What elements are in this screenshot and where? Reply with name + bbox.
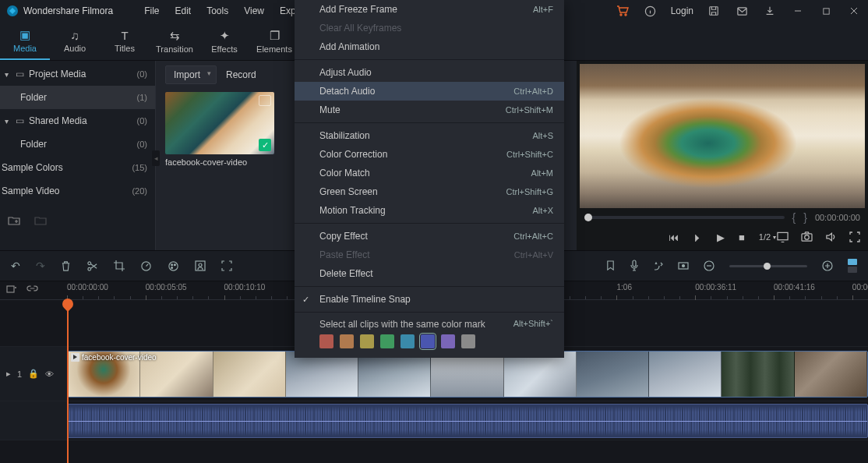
zoom-thumb[interactable]	[764, 263, 771, 270]
progress-slider[interactable]	[584, 216, 785, 219]
audio-mixer-icon[interactable]	[653, 260, 664, 271]
cm-color-correction[interactable]: Color CorrectionCtrl+Shift+C	[295, 145, 564, 164]
minimize-button[interactable]	[784, 0, 812, 22]
green-screen-icon[interactable]	[195, 260, 206, 271]
nav-media[interactable]: ▣Media	[0, 22, 50, 60]
volume-icon[interactable]	[825, 231, 837, 242]
brace-open-icon[interactable]: {	[792, 211, 796, 224]
mic-icon[interactable]	[630, 260, 639, 272]
color-swatch[interactable]	[421, 334, 435, 348]
cm-mute[interactable]: MuteCtrl+Shift+M	[295, 101, 564, 119]
color-swatch[interactable]	[461, 334, 475, 348]
audio-track-header[interactable]	[0, 401, 67, 440]
zoom-out-icon[interactable]	[703, 260, 715, 272]
step-back-icon[interactable]: ⏮	[669, 231, 679, 243]
color-swatch[interactable]	[380, 334, 394, 348]
color-swatch[interactable]	[441, 334, 455, 348]
expand-icon[interactable]	[221, 260, 232, 271]
nav-audio[interactable]: ♫Audio	[50, 22, 100, 60]
link-icon[interactable]	[26, 284, 38, 295]
login-button[interactable]: Login	[665, 5, 700, 16]
media-thumbnail[interactable]: ✓ facebook-cover-video	[165, 92, 274, 167]
folder-outline-icon[interactable]	[34, 215, 47, 226]
add-track-icon[interactable]	[6, 284, 17, 295]
display-icon[interactable]	[777, 231, 789, 242]
check-icon: ✓	[259, 139, 271, 151]
speed-selector[interactable]: 1/2▾	[759, 232, 776, 242]
nav-elements[interactable]: ❐Elements	[249, 22, 299, 60]
panel-grip-icon[interactable]: ◂	[152, 150, 160, 166]
marker-icon[interactable]	[605, 260, 616, 272]
color-swatch[interactable]	[400, 334, 415, 348]
tree-project-folder[interactable]: Folder (1)	[0, 86, 155, 109]
cm-motion-tracking[interactable]: Motion TrackingAlt+X	[295, 201, 564, 220]
tree-shared-media[interactable]: ▾ ▭ Shared Media (0)	[0, 109, 155, 133]
cm-label: Select all clips with the same color mar…	[319, 319, 485, 330]
undo-icon[interactable]: ↶	[11, 260, 20, 272]
playhead[interactable]	[67, 300, 69, 463]
clip-frame	[286, 352, 358, 397]
visibility-icon[interactable]: 👁	[45, 369, 54, 379]
color-swatch[interactable]	[340, 334, 354, 348]
menu-edit[interactable]: Edit	[168, 2, 199, 19]
close-button[interactable]	[840, 0, 868, 22]
video-clip[interactable]: facebook-cover-video	[67, 351, 868, 398]
cm-add-freeze[interactable]: Add Freeze FrameAlt+F	[295, 0, 564, 19]
info-icon[interactable]	[637, 0, 665, 22]
play-forward-icon[interactable]: ⏵	[693, 231, 703, 243]
color-swatch[interactable]	[319, 334, 333, 348]
audio-track-content[interactable]	[67, 401, 868, 440]
record-button[interactable]: Record	[226, 69, 256, 80]
delete-icon[interactable]	[61, 260, 71, 272]
menu-tools[interactable]: Tools	[199, 2, 236, 19]
cm-green-screen[interactable]: Green ScreenCtrl+Shift+G	[295, 182, 564, 201]
nav-transition[interactable]: ⇆Transition	[150, 22, 199, 60]
nav-titles[interactable]: TTitles	[100, 22, 150, 60]
split-icon[interactable]	[86, 260, 98, 272]
fullscreen-icon[interactable]	[849, 231, 860, 242]
stop-icon[interactable]: ■	[739, 231, 745, 243]
track-header[interactable]: ▸ 1 🔒 👁	[0, 347, 67, 401]
audio-level-line[interactable]	[68, 421, 867, 422]
color-icon[interactable]	[168, 260, 179, 272]
maximize-button[interactable]	[812, 0, 840, 22]
save-icon[interactable]	[700, 0, 728, 22]
zoom-slider[interactable]	[729, 265, 807, 267]
redo-icon[interactable]: ↷	[36, 260, 45, 272]
menu-view[interactable]: View	[236, 2, 272, 19]
keyframe-icon[interactable]	[678, 260, 689, 271]
tree-sample-video[interactable]: Sample Video (20)	[0, 179, 155, 203]
tree-sample-colors[interactable]: Sample Colors (15)	[0, 156, 155, 179]
import-dropdown[interactable]: Import	[165, 65, 217, 84]
tree-project-media[interactable]: ▾ ▭ Project Media (0)	[0, 62, 155, 86]
camera-icon[interactable]	[801, 231, 813, 242]
mail-icon[interactable]	[728, 0, 756, 22]
add-folder-icon[interactable]	[8, 215, 20, 226]
lock-icon[interactable]: 🔒	[28, 369, 39, 379]
cart-icon[interactable]	[609, 0, 637, 22]
nav-effects[interactable]: ✦Effects	[199, 22, 249, 60]
crop-icon[interactable]	[114, 260, 125, 271]
media-type-icon	[259, 95, 271, 106]
download-icon[interactable]	[756, 0, 784, 22]
cm-stabilization[interactable]: StabilizationAlt+S	[295, 126, 564, 145]
cm-timeline-snap[interactable]: ✓Enable Timeline Snap	[295, 290, 564, 309]
tree-shared-folder[interactable]: Folder (0)	[0, 133, 155, 156]
progress-thumb[interactable]	[584, 214, 592, 221]
cm-add-animation[interactable]: Add Animation	[295, 37, 564, 56]
cm-copy-effect[interactable]: Copy EffectCtrl+Alt+C	[295, 227, 564, 246]
cm-detach-audio[interactable]: Detach AudioCtrl+Alt+D	[295, 82, 564, 101]
speed-icon[interactable]	[140, 260, 152, 272]
preview-image[interactable]	[580, 64, 865, 208]
play-icon[interactable]: ▶	[717, 231, 725, 243]
svg-point-10	[88, 261, 91, 264]
cm-delete-effect[interactable]: Delete Effect	[295, 264, 564, 283]
brace-close-icon[interactable]: }	[803, 211, 807, 224]
audio-clip[interactable]	[67, 404, 868, 438]
color-swatch[interactable]	[360, 334, 374, 348]
track-view-toggle[interactable]	[848, 259, 857, 273]
zoom-in-icon[interactable]	[821, 260, 834, 272]
menu-file[interactable]: File	[136, 2, 167, 19]
cm-color-match[interactable]: Color MatchAlt+M	[295, 164, 564, 182]
cm-adjust-audio[interactable]: Adjust Audio	[295, 63, 564, 82]
